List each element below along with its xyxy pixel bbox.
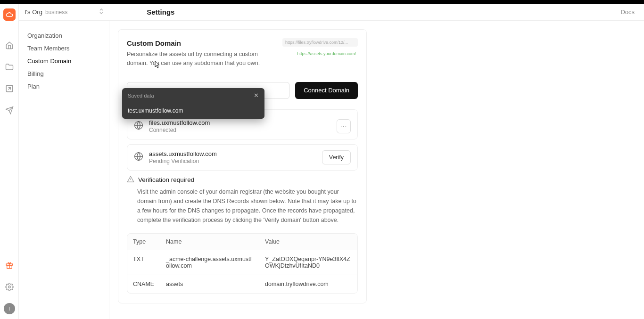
dns-records-table: Type Name Value TXT _acme-challenge.asse… bbox=[127, 233, 358, 294]
url-preview-new: https://assets.yourdomain.com/ bbox=[282, 50, 358, 57]
rail-settings-icon[interactable] bbox=[4, 281, 15, 293]
domain-list: files.uxmustfollow.com Connected ··· ass… bbox=[127, 109, 358, 294]
domain-name: files.uxmustfollow.com bbox=[149, 119, 331, 126]
gear-icon bbox=[5, 283, 14, 291]
url-preview: https://files.tryflowdrive.com/12/... ht… bbox=[282, 38, 358, 57]
home-icon bbox=[5, 41, 14, 49]
export-icon bbox=[5, 84, 14, 93]
autocomplete-popover: Saved data ✕ test.uxmustfollow.com bbox=[122, 88, 264, 119]
page-title: Settings bbox=[147, 8, 174, 16]
plan-badge: business bbox=[45, 9, 67, 16]
left-rail: I bbox=[0, 4, 19, 319]
send-icon bbox=[5, 106, 14, 115]
gift-icon bbox=[5, 261, 14, 270]
avatar[interactable]: I bbox=[4, 303, 15, 314]
domain-more-button[interactable]: ··· bbox=[337, 119, 351, 133]
verification-section: Verification required Visit the admin co… bbox=[127, 175, 358, 294]
dns-col-value: Value bbox=[259, 234, 357, 250]
verify-button[interactable]: Verify bbox=[322, 150, 351, 164]
rail-export-icon[interactable] bbox=[4, 83, 15, 94]
warning-icon bbox=[127, 175, 134, 184]
rail-folder-icon[interactable] bbox=[4, 61, 15, 73]
docs-link[interactable]: Docs bbox=[620, 8, 635, 16]
header: I's Org business Settings Docs bbox=[19, 4, 644, 21]
sidenav-item-organization[interactable]: Organization bbox=[27, 29, 109, 42]
globe-icon bbox=[134, 121, 143, 131]
svg-point-3 bbox=[8, 286, 10, 288]
main-content: Custom Domain Personalize the assets url… bbox=[109, 21, 644, 319]
autocomplete-item[interactable]: test.uxmustfollow.com bbox=[122, 103, 264, 119]
card-description: Personalize the assets url by connecting… bbox=[127, 50, 273, 68]
dns-col-type: Type bbox=[127, 234, 160, 250]
rail-home-icon[interactable] bbox=[4, 40, 15, 51]
org-switcher[interactable]: I's Org business bbox=[25, 8, 104, 16]
dns-row: TXT _acme-challenge.assets.uxmustfollow.… bbox=[127, 250, 357, 275]
sidenav-item-billing[interactable]: Billing bbox=[27, 67, 109, 80]
dns-row: CNAME assets domain.tryflowdrive.com bbox=[127, 275, 357, 293]
verification-title: Verification required bbox=[138, 176, 194, 183]
close-icon[interactable]: ✕ bbox=[254, 92, 259, 99]
chevron-updown-icon bbox=[99, 8, 104, 16]
globe-icon bbox=[134, 152, 143, 163]
domain-status: Connected bbox=[149, 127, 331, 133]
sidenav-item-custom-domain[interactable]: Custom Domain bbox=[27, 55, 109, 67]
domain-name: assets.uxmustfollow.com bbox=[149, 150, 316, 157]
folder-icon bbox=[5, 63, 14, 71]
window-top-bar bbox=[0, 0, 644, 4]
autocomplete-heading: Saved data bbox=[128, 93, 154, 98]
domain-status: Pending Verification bbox=[149, 158, 316, 164]
dns-type: CNAME bbox=[127, 275, 160, 293]
domain-item-pending: assets.uxmustfollow.com Pending Verifica… bbox=[127, 144, 358, 171]
connect-domain-button[interactable]: Connect Domain bbox=[295, 82, 358, 99]
dns-value: domain.tryflowdrive.com bbox=[259, 275, 357, 293]
custom-domain-card: Custom Domain Personalize the assets url… bbox=[118, 29, 367, 303]
verification-description: Visit the admin console of your domain r… bbox=[137, 187, 358, 225]
app-logo[interactable] bbox=[3, 8, 16, 21]
dns-col-name: Name bbox=[160, 234, 259, 250]
sidenav-item-plan[interactable]: Plan bbox=[27, 80, 109, 93]
settings-sidenav: Organization Team Members Custom Domain … bbox=[19, 21, 109, 319]
rail-send-icon[interactable] bbox=[4, 105, 15, 116]
rail-gift-icon[interactable] bbox=[4, 260, 15, 271]
sidenav-item-team-members[interactable]: Team Members bbox=[27, 42, 109, 55]
org-name: I's Org bbox=[25, 8, 42, 16]
dns-name: _acme-challenge.assets.uxmustfollow.com bbox=[160, 250, 259, 275]
url-preview-old: https://files.tryflowdrive.com/12/... bbox=[282, 38, 358, 47]
dns-type: TXT bbox=[127, 250, 160, 275]
dns-value: Y_ZatODXQeqanpr-YN9e3IlX4ZOWKjDtzhvUfIta… bbox=[259, 250, 357, 275]
dns-name: assets bbox=[160, 275, 259, 293]
cloud-icon bbox=[6, 11, 13, 18]
